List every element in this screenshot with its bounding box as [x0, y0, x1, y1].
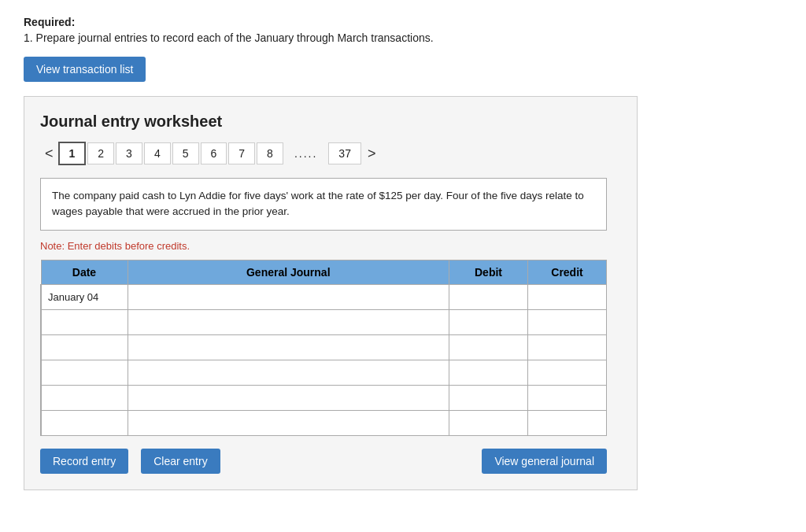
date-input-1[interactable] — [48, 313, 121, 331]
record-entry-button[interactable]: Record entry — [40, 449, 128, 474]
journal-cell-1[interactable] — [128, 309, 449, 334]
date-cell-0: January 04 — [41, 284, 128, 309]
note-text: Note: Enter debits before credits. — [40, 240, 621, 252]
journal-input-4[interactable] — [128, 386, 449, 410]
credit-input-5[interactable] — [528, 411, 606, 435]
journal-input-3[interactable] — [128, 360, 449, 385]
worksheet-title: Journal entry worksheet — [40, 113, 621, 131]
table-row — [41, 385, 607, 410]
debit-input-4[interactable] — [449, 386, 527, 410]
journal-cell-4[interactable] — [128, 385, 449, 410]
col-header-journal: General Journal — [128, 260, 449, 284]
credit-cell-2[interactable] — [528, 334, 607, 360]
journal-input-5[interactable] — [128, 411, 449, 435]
col-header-date: Date — [41, 260, 128, 284]
col-header-credit: Credit — [528, 260, 607, 284]
credit-cell-4[interactable] — [528, 385, 607, 410]
credit-cell-5[interactable] — [528, 410, 607, 435]
date-input-5[interactable] — [48, 414, 121, 432]
journal-input-1[interactable] — [128, 310, 449, 334]
tab-7[interactable]: 7 — [228, 142, 255, 164]
debit-cell-3[interactable] — [449, 360, 528, 385]
tab-navigation: < 1 2 3 4 5 6 7 8 ..... 37 > — [40, 142, 621, 165]
date-input-3[interactable] — [48, 364, 121, 382]
credit-input-4[interactable] — [528, 386, 606, 410]
col-header-debit: Debit — [449, 260, 528, 284]
credit-cell-0[interactable] — [528, 284, 607, 309]
debit-input-1[interactable] — [449, 310, 527, 334]
date-cell-5 — [41, 410, 128, 435]
table-row — [41, 334, 607, 360]
debit-cell-1[interactable] — [449, 309, 528, 334]
debit-cell-0[interactable] — [449, 284, 528, 309]
date-input-2[interactable] — [48, 338, 121, 357]
tab-3[interactable]: 3 — [116, 142, 142, 164]
tab-1[interactable]: 1 — [58, 142, 87, 165]
description-box: The company paid cash to Lyn Addie for f… — [40, 178, 607, 231]
journal-cell-2[interactable] — [128, 334, 449, 360]
credit-cell-3[interactable] — [528, 360, 607, 385]
tab-4[interactable]: 4 — [144, 142, 171, 164]
debit-cell-2[interactable] — [449, 334, 528, 360]
description-text: The company paid cash to Lyn Addie for f… — [52, 190, 584, 217]
journal-table: Date General Journal Debit Credit Januar… — [40, 260, 607, 436]
credit-input-1[interactable] — [528, 310, 606, 334]
date-input-4[interactable] — [48, 389, 121, 407]
debit-cell-4[interactable] — [449, 385, 528, 410]
required-instruction: 1. Prepare journal entries to record eac… — [24, 31, 782, 44]
debit-input-0[interactable] — [449, 285, 527, 309]
journal-cell-3[interactable] — [128, 360, 449, 385]
table-row — [41, 360, 607, 385]
tab-prev-arrow[interactable]: < — [40, 144, 58, 164]
worksheet-container: Journal entry worksheet < 1 2 3 4 5 6 7 … — [24, 96, 638, 490]
debit-input-5[interactable] — [449, 411, 527, 435]
tab-37[interactable]: 37 — [328, 142, 361, 164]
date-cell-1 — [41, 309, 128, 334]
credit-input-3[interactable] — [528, 360, 606, 385]
debit-input-2[interactable] — [449, 335, 527, 360]
date-cell-2 — [41, 334, 128, 360]
tab-next-arrow[interactable]: > — [363, 144, 381, 164]
tab-2[interactable]: 2 — [87, 142, 114, 164]
clear-entry-button[interactable]: Clear entry — [141, 449, 220, 474]
date-cell-4 — [41, 385, 128, 410]
tab-dots: ..... — [285, 143, 327, 164]
required-label: Required: — [24, 16, 782, 28]
credit-cell-1[interactable] — [528, 309, 607, 334]
tab-6[interactable]: 6 — [201, 142, 227, 164]
journal-input-2[interactable] — [128, 335, 449, 360]
journal-cell-5[interactable] — [128, 410, 449, 435]
credit-input-0[interactable] — [528, 285, 606, 309]
table-row: January 04 — [41, 284, 607, 309]
debit-input-3[interactable] — [449, 360, 527, 385]
journal-cell-0[interactable] — [128, 284, 449, 309]
tab-5[interactable]: 5 — [172, 142, 199, 164]
bottom-buttons: Record entry Clear entry View general jo… — [40, 449, 607, 474]
credit-input-2[interactable] — [528, 335, 606, 360]
tab-8[interactable]: 8 — [257, 142, 283, 164]
view-general-journal-button[interactable]: View general journal — [482, 449, 607, 474]
view-transaction-button[interactable]: View transaction list — [24, 57, 146, 82]
date-cell-3 — [41, 360, 128, 385]
table-row — [41, 410, 607, 435]
table-row — [41, 309, 607, 334]
debit-cell-5[interactable] — [449, 410, 528, 435]
journal-input-0[interactable] — [128, 285, 449, 309]
